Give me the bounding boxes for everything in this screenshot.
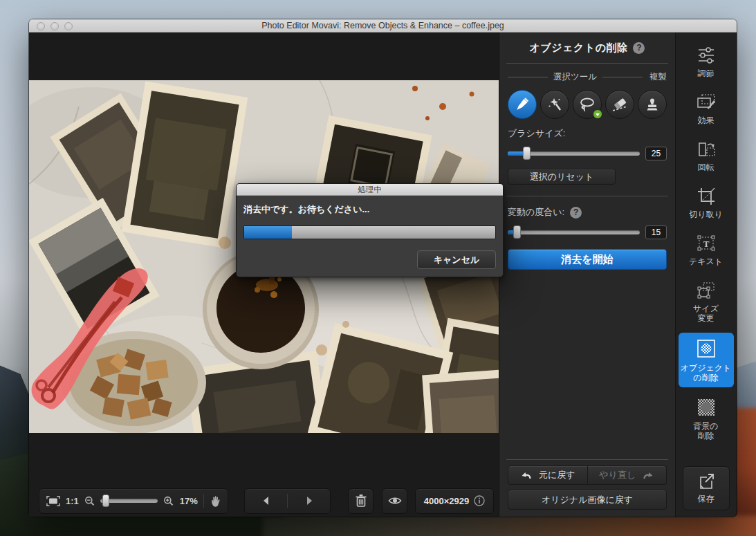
delete-image-button[interactable] (348, 488, 374, 514)
undo-label: 元に戻す (539, 469, 575, 481)
sidebar-item-label: の削除 (681, 373, 732, 382)
undo-icon (520, 470, 532, 480)
processing-dialog: 処理中 消去中です。お待ちください... キャンセル (236, 183, 504, 277)
selection-tools-row (508, 90, 667, 119)
divider (508, 77, 548, 77)
remove-objects-icon (694, 337, 718, 360)
revert-to-original-button[interactable]: オリジナル画像に戻す (508, 490, 667, 510)
brush-size-slider-handle[interactable] (523, 147, 531, 160)
zoom-percent-value: 17% (180, 496, 198, 506)
image-size-group: 4000×2929 (415, 488, 494, 514)
variation-slider-handle[interactable] (513, 225, 521, 239)
sidebar-item-effects[interactable]: 効果 (679, 88, 734, 130)
help-icon[interactable]: ? (633, 42, 645, 54)
zoom-slider-handle[interactable] (102, 495, 109, 507)
zoom-window-button[interactable] (64, 22, 73, 30)
start-erase-button[interactable]: 消去を開始 (508, 249, 667, 270)
brush-size-label: ブラシサイズ: (508, 127, 667, 140)
effects-icon (696, 92, 717, 113)
sidebar-item-remove-background[interactable]: 背景の 削除 (679, 392, 734, 445)
sidebar-item-label: 背景の (693, 421, 718, 431)
variation-value[interactable]: 15 (645, 225, 667, 239)
sidebar-item-label: サイズ (693, 304, 719, 313)
variation-slider[interactable] (508, 230, 640, 234)
reset-selection-button[interactable]: 選択のリセット (508, 169, 616, 185)
navigation-group (244, 488, 331, 514)
next-arrow-icon (304, 496, 314, 506)
selection-tools-label: 選択ツール (553, 71, 597, 83)
sidebar-item-crop[interactable]: 切り取り (679, 182, 734, 224)
sidebar-item-remove-objects[interactable]: オブジェクト の削除 (679, 333, 734, 387)
clone-stamp-tool-button[interactable] (638, 90, 667, 119)
toolbar-separator (203, 494, 204, 508)
remove-objects-panel: オブジェクトの削除 ? 選択ツール 複製 (499, 33, 675, 517)
brush-icon (514, 96, 531, 113)
clone-stamp-icon (644, 96, 661, 113)
zoom-slider[interactable] (100, 499, 158, 503)
divider (602, 77, 643, 77)
fit-to-screen-icon[interactable] (46, 495, 60, 507)
resize-icon (696, 280, 717, 301)
previous-image-button[interactable] (245, 489, 287, 513)
sidebar-item-rotate[interactable]: 回転 (679, 135, 734, 177)
lasso-dropdown-badge[interactable] (593, 109, 602, 119)
zoom-in-icon[interactable] (163, 495, 174, 507)
undo-button[interactable]: 元に戻す (508, 465, 588, 485)
minimize-window-button[interactable] (50, 22, 59, 30)
redo-label: やり直し (599, 469, 636, 481)
zoom-controls-group: 1:1 17% (39, 488, 228, 514)
remove-background-icon (695, 396, 717, 418)
sidebar-item-label: 効果 (698, 115, 714, 125)
dialog-title[interactable]: 処理中 (237, 184, 503, 196)
clone-label: 複製 (649, 71, 667, 83)
eye-icon (388, 496, 402, 506)
brush-size-slider[interactable] (508, 151, 640, 156)
sidebar-item-label: テキスト (689, 257, 723, 266)
redo-icon (643, 470, 654, 480)
redo-button[interactable]: やり直し (588, 465, 667, 485)
save-button[interactable]: 保存 (683, 466, 730, 510)
trash-icon (355, 494, 367, 508)
zoom-out-icon[interactable] (84, 495, 95, 507)
text-icon: T (696, 233, 717, 254)
app-window: Photo Editor Movavi: Remove Objects & En… (29, 19, 737, 517)
sidebar-item-label: 調節 (698, 68, 714, 78)
next-image-button[interactable] (288, 489, 330, 513)
brush-tool-button[interactable] (508, 90, 537, 119)
eraser-icon (611, 96, 629, 113)
sidebar-item-label: 削除 (693, 431, 718, 441)
hand-tool-icon[interactable] (210, 494, 221, 508)
adjust-icon (696, 45, 717, 66)
magic-wand-tool-button[interactable] (540, 90, 569, 119)
sidebar-item-label: 変更 (693, 313, 719, 323)
sidebar-item-label: 回転 (698, 163, 714, 172)
cancel-button[interactable]: キャンセル (417, 250, 496, 269)
sidebar-item-label: オブジェクト (681, 363, 732, 373)
magic-wand-icon (546, 96, 563, 113)
crop-icon (696, 186, 717, 207)
wallpaper-bottom-rock (263, 515, 756, 536)
status-bar: 1:1 17% (29, 485, 499, 517)
info-icon[interactable] (474, 495, 485, 506)
traffic-lights (37, 22, 73, 30)
dialog-message: 消去中です。お待ちください... (243, 203, 496, 216)
close-window-button[interactable] (37, 22, 45, 30)
eraser-tool-button[interactable] (605, 90, 634, 119)
chevron-down-icon (596, 113, 600, 116)
sidebar-item-resize[interactable]: サイズ 変更 (679, 276, 734, 328)
variation-help-icon[interactable]: ? (570, 207, 582, 219)
brush-size-value[interactable]: 25 (645, 147, 667, 160)
sidebar-item-text[interactable]: T テキスト (679, 229, 734, 271)
show-original-button[interactable] (382, 488, 407, 514)
lasso-tool-button[interactable] (573, 90, 602, 119)
divider (506, 459, 668, 460)
variation-label: 変動の度合い: (508, 206, 564, 219)
rotate-icon (696, 139, 717, 160)
sidebar-item-adjust[interactable]: 調節 (679, 41, 734, 83)
divider (506, 63, 668, 64)
progress-bar-fill (244, 226, 292, 239)
ratio-1-1-button[interactable]: 1:1 (66, 496, 79, 506)
save-export-icon (697, 472, 716, 491)
window-titlebar[interactable]: Photo Editor Movavi: Remove Objects & En… (29, 19, 737, 33)
tools-sidebar: 調節 効果 回転 (675, 33, 736, 517)
